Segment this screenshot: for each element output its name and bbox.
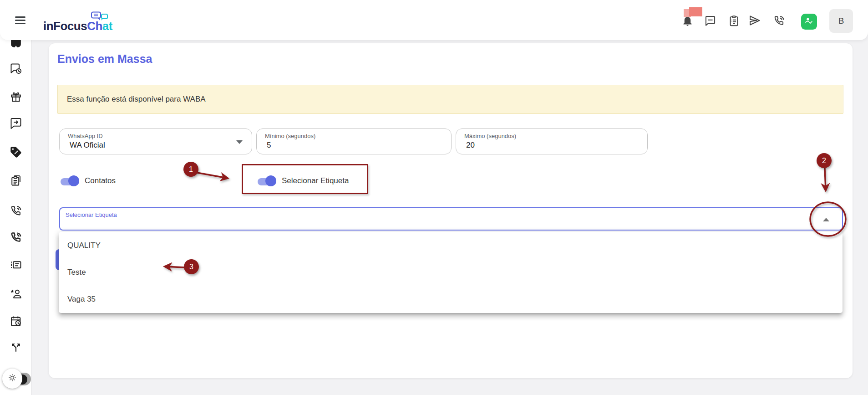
etiqueta-option-teste[interactable]: Teste bbox=[59, 259, 843, 286]
contatos-toggle[interactable] bbox=[61, 177, 79, 185]
sidebar-item-call-signal[interactable] bbox=[9, 205, 23, 219]
notification-badge bbox=[689, 7, 702, 16]
phone-in-talk-icon bbox=[773, 15, 785, 29]
contatos-toggle-label: Contatos bbox=[85, 176, 116, 185]
sidebar-item-gift[interactable] bbox=[9, 91, 23, 105]
maximo-label: Máximo (segundos) bbox=[464, 133, 516, 139]
annotation-step-2: 2 bbox=[817, 153, 832, 168]
bulk-send-button[interactable] bbox=[746, 12, 764, 31]
minimo-label: Mínimo (segundos) bbox=[265, 133, 315, 139]
chats-button[interactable] bbox=[701, 12, 719, 31]
sun-icon bbox=[7, 373, 17, 385]
etiqueta-option-vaga35[interactable]: Vaga 35 bbox=[59, 286, 843, 313]
sidebar-item-call-split[interactable] bbox=[9, 342, 23, 355]
phone-waves-icon bbox=[10, 231, 22, 246]
sidebar-item-copy-clipboard[interactable] bbox=[9, 174, 23, 188]
chevron-up-icon[interactable] bbox=[823, 218, 829, 221]
banner-text: Essa função está disponível para WABA bbox=[67, 95, 206, 104]
tag-icon bbox=[10, 146, 22, 160]
whatsapp-id-label: WhatsApp ID bbox=[68, 133, 103, 139]
tasks-button[interactable] bbox=[725, 12, 743, 31]
minimo-value: 5 bbox=[267, 141, 271, 150]
split-arrows-icon bbox=[10, 342, 22, 355]
person-check-icon bbox=[804, 16, 814, 27]
etiqueta-select[interactable]: Selecionar Etiqueta bbox=[59, 207, 843, 231]
top-navbar: inFocusChat bbox=[0, 0, 868, 40]
clipboard-list-icon bbox=[728, 15, 740, 29]
chevron-down-icon[interactable] bbox=[236, 140, 243, 144]
profile-initial: B bbox=[838, 16, 844, 26]
sidebar-item-call-active[interactable] bbox=[9, 231, 23, 245]
etiqueta-select-label: Selecionar Etiqueta bbox=[66, 211, 117, 218]
calendar-clock-icon bbox=[10, 315, 22, 329]
clipboard-copy-icon bbox=[10, 174, 22, 189]
sidebar-item-chat-list[interactable] bbox=[9, 260, 23, 273]
chat-clock-icon bbox=[10, 62, 22, 77]
whatsapp-id-select[interactable]: WhatsApp ID WA Oficial bbox=[59, 128, 252, 154]
sidebar-item-chat-forward[interactable] bbox=[9, 118, 23, 131]
list-chat-icon bbox=[10, 259, 22, 274]
etiqueta-option-quality[interactable]: QUALITY bbox=[59, 232, 843, 259]
toggle-thumb bbox=[68, 175, 79, 186]
menu-hamburger-button[interactable] bbox=[14, 15, 27, 26]
sidebar bbox=[0, 0, 32, 395]
sidebar-item-add-contact[interactable] bbox=[9, 288, 23, 302]
whatsapp-id-value: WA Oficial bbox=[70, 141, 105, 150]
annotation-step-1: 1 bbox=[183, 162, 198, 177]
sidebar-item-calendar-schedule[interactable] bbox=[9, 315, 23, 329]
logo-text: inFocusChat bbox=[43, 19, 112, 33]
calls-button[interactable] bbox=[770, 12, 788, 31]
chat-arrow-icon bbox=[10, 117, 22, 132]
waba-info-banner: Essa função está disponível para WABA bbox=[57, 85, 843, 114]
minimo-input[interactable]: Mínimo (segundos) 5 bbox=[256, 128, 452, 154]
sidebar-item-scheduled-chat[interactable] bbox=[9, 63, 23, 77]
chat-icon bbox=[704, 15, 716, 29]
agent-status-button[interactable] bbox=[801, 14, 817, 30]
annotation-step-3: 3 bbox=[184, 259, 199, 274]
annotation-box-etiqueta-toggle bbox=[242, 164, 368, 194]
sidebar-item-tags[interactable] bbox=[9, 146, 23, 160]
person-star-icon bbox=[10, 287, 22, 302]
phone-signal-icon bbox=[10, 205, 22, 219]
etiqueta-options-menu: QUALITY Teste Vaga 35 bbox=[59, 232, 843, 313]
maximo-value: 20 bbox=[466, 141, 475, 150]
maximo-input[interactable]: Máximo (segundos) 20 bbox=[456, 128, 648, 154]
page-title: Envios em Massa bbox=[57, 52, 152, 66]
theme-toggle-knob[interactable] bbox=[2, 369, 22, 389]
profile-avatar[interactable]: B bbox=[829, 9, 853, 33]
gift-icon bbox=[10, 91, 22, 105]
send-icon bbox=[748, 14, 761, 29]
